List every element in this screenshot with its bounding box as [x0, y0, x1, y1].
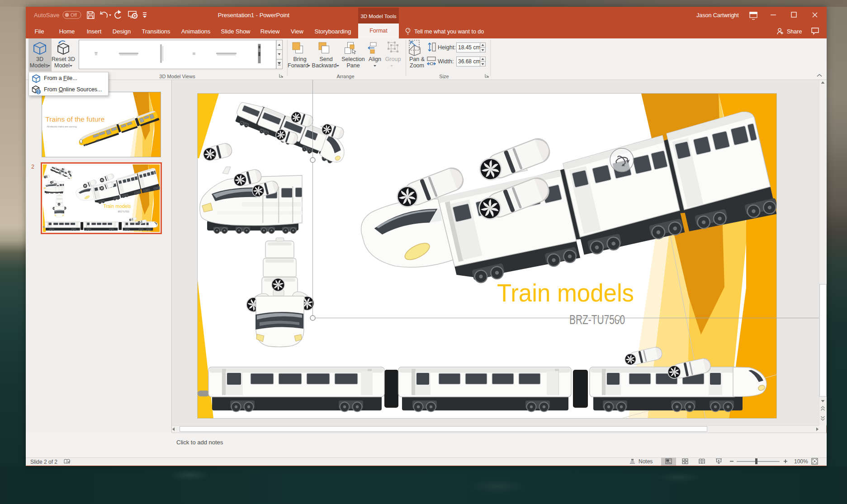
- svg-text:Height:: Height:: [438, 44, 456, 51]
- svg-text:File: File: [35, 28, 44, 35]
- svg-text:Reset 3D: Reset 3D: [52, 56, 75, 62]
- svg-text:3D Model Views: 3D Model Views: [159, 74, 195, 79]
- svg-text:Width:: Width:: [438, 58, 454, 65]
- svg-text:Insert: Insert: [87, 28, 102, 35]
- svg-text:Forward: Forward: [288, 62, 308, 69]
- svg-text:Group: Group: [385, 56, 401, 62]
- svg-text:Pane: Pane: [346, 62, 360, 69]
- svg-text:Transitions: Transitions: [142, 28, 170, 35]
- svg-text:Backward: Backward: [312, 62, 337, 69]
- svg-text:Zoom: Zoom: [410, 62, 424, 69]
- svg-text:3D: 3D: [36, 56, 43, 62]
- svg-text:View: View: [291, 28, 304, 35]
- svg-text:18.45 cm: 18.45 cm: [458, 44, 480, 51]
- svg-text:Share: Share: [787, 28, 802, 35]
- svg-text:Storyboarding: Storyboarding: [315, 28, 351, 35]
- svg-text:Slide Show: Slide Show: [221, 28, 251, 35]
- svg-text:100%: 100%: [794, 458, 808, 465]
- svg-text:Arrange: Arrange: [336, 74, 354, 79]
- svg-text:36.68 cm: 36.68 cm: [458, 58, 480, 65]
- svg-text:Design: Design: [113, 28, 131, 35]
- svg-text:Size: Size: [439, 74, 449, 79]
- svg-text:Home: Home: [59, 28, 75, 35]
- svg-text:Tell me what you want to do: Tell me what you want to do: [414, 28, 484, 35]
- svg-text:Bring: Bring: [293, 56, 306, 62]
- svg-text:Review: Review: [260, 28, 280, 35]
- svg-text:Jason Cartwright: Jason Cartwright: [696, 12, 739, 19]
- svg-text:Align: Align: [369, 56, 381, 62]
- svg-text:Off: Off: [71, 12, 77, 18]
- svg-text:Pan &: Pan &: [409, 56, 425, 62]
- svg-text:Models: Models: [30, 62, 48, 69]
- svg-text:Send: Send: [319, 56, 332, 62]
- svg-text:Notes: Notes: [639, 458, 653, 465]
- svg-text:Animations: Animations: [181, 28, 211, 35]
- svg-text:AutoSave: AutoSave: [34, 12, 59, 19]
- svg-text:Presentation1 - PowerPoint: Presentation1 - PowerPoint: [218, 12, 290, 19]
- svg-text:Model: Model: [54, 62, 70, 69]
- svg-text:Selection: Selection: [341, 56, 364, 62]
